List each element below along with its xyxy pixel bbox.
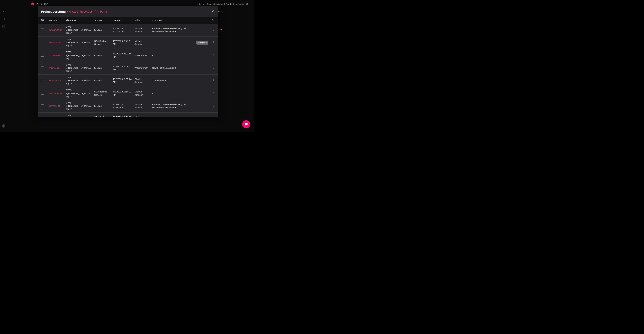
- row-checkbox[interactable]: [41, 117, 44, 117]
- cell-filename: GW2-2_RobotCell_TIA_Portal.zap17: [64, 100, 93, 112]
- row-checkbox[interactable]: [41, 28, 44, 31]
- bg-time-hint: PM: [219, 28, 222, 31]
- deployed-badge: Deployed: [196, 41, 208, 44]
- more-vertical-icon: [212, 41, 215, 44]
- version-hash[interactable]: #LYZYH.JJ: [49, 105, 60, 107]
- cell-comment: Automatic save before closing the sessio…: [151, 24, 195, 36]
- cell-filename: GW2-2_RobotCell_TIA_Portal.zap17: [64, 24, 93, 36]
- cell-created: 4/18/2023, 1:55:24 PM: [111, 74, 133, 87]
- row-checkbox[interactable]: [41, 104, 44, 107]
- more-vertical-icon: [212, 54, 215, 56]
- table-row[interactable]: #.D958WWYGW2-2_RobotCell_TIA_Portal.zap1…: [38, 49, 218, 62]
- more-vertical-icon: [212, 28, 215, 31]
- svg-point-24: [213, 105, 214, 105]
- user-email: michael.johnson@softwaredefinedautomatio…: [198, 3, 244, 5]
- refresh-button[interactable]: [212, 18, 215, 22]
- row-checkbox[interactable]: [41, 41, 44, 44]
- table-row[interactable]: #GN2JCGNXGW2-2_RobotCell_TIA_Portal.zap1…: [38, 87, 218, 100]
- modal-title: Project versions: [41, 10, 66, 13]
- close-button[interactable]: [210, 9, 215, 14]
- row-checkbox[interactable]: [41, 79, 44, 82]
- svg-point-7: [213, 30, 214, 30]
- sidebar-expand-button[interactable]: [2, 124, 5, 128]
- info-icon[interactable]: [41, 19, 44, 22]
- app-user-menu[interactable]: michael.johnson@softwaredefinedautomatio…: [198, 2, 251, 5]
- svg-point-25: [213, 106, 214, 106]
- table-row[interactable]: #FBBPSA_IGW2-2_RobotCell_TIA_Portal.zap1…: [38, 74, 218, 87]
- cell-created: 4/19/2023, 4:01:56 PM: [111, 49, 133, 62]
- cell-comment: -: [151, 87, 195, 100]
- version-hash[interactable]: #.D958WWY: [49, 54, 62, 57]
- cell-editor: Michael Johnson: [133, 24, 151, 36]
- th-source[interactable]: Source: [93, 17, 111, 24]
- row-checkbox[interactable]: [41, 92, 44, 95]
- logo-icon: [31, 2, 34, 6]
- svg-point-19: [213, 80, 214, 81]
- cell-created: 4/18/2023, 10:28:24 AM: [111, 100, 133, 112]
- user-avatar-icon: [245, 2, 248, 5]
- th-created[interactable]: Created: [111, 17, 133, 24]
- row-actions-button[interactable]: [212, 105, 215, 107]
- table-row[interactable]: #TARU_HXJGW2-2_RobotCell_TIA_Portal.zap1…: [38, 62, 218, 74]
- svg-point-1: [246, 3, 247, 4]
- svg-point-15: [213, 67, 214, 67]
- cell-comment: -: [151, 49, 195, 62]
- cell-source: IDEaaS: [93, 62, 111, 74]
- table-row[interactable]: #NRIEWXA1GW2-2_RobotCell_TIA_Portal.zap1…: [38, 36, 218, 49]
- row-actions-button[interactable]: [212, 28, 215, 31]
- breadcrumb-separator: /: [67, 10, 68, 13]
- cell-comment: 175 ms added: [151, 74, 195, 87]
- svg-point-6: [213, 29, 214, 29]
- cell-editor: William Smith: [133, 62, 151, 74]
- cell-source: SDA Backup-Service: [93, 112, 111, 117]
- th-editor[interactable]: Editor: [133, 17, 151, 24]
- version-hash[interactable]: #TARU_HXJ: [49, 67, 61, 69]
- table-row[interactable]: #ZMBNQPKZGW2-2_RobotCell_TIA_Portal.zap1…: [38, 24, 218, 36]
- row-actions-button[interactable]: [212, 54, 215, 56]
- row-actions-button[interactable]: [212, 41, 215, 44]
- version-hash[interactable]: #NRIEWXA1: [49, 41, 62, 44]
- svg-point-11: [213, 43, 214, 43]
- row-actions-button[interactable]: [212, 66, 215, 69]
- cell-editor: Michael Johnson: [133, 100, 151, 112]
- cell-filename: GW2-2_RobotCell_TIA_Portal.zap17: [64, 74, 93, 87]
- table-row[interactable]: #LYZYH.JJGW2-2_RobotCell_TIA_Portal.zap1…: [38, 100, 218, 112]
- version-hash[interactable]: #ZMBNQPKZ: [49, 29, 62, 31]
- sidebar-item-robot[interactable]: [2, 10, 5, 13]
- chat-fab[interactable]: [242, 120, 250, 128]
- app-logo[interactable]: PLC Ops: [31, 2, 48, 6]
- table-row[interactable]: #EFDOKORNGW2-2_RobotCell_TIA_Portal.zap1…: [38, 112, 218, 117]
- cell-source: IDEaaS: [93, 74, 111, 87]
- cell-filename: GW2-2_RobotCell_TIA_Portal.zap17: [64, 112, 93, 117]
- row-checkbox[interactable]: [41, 54, 44, 57]
- modal-project-name[interactable]: GW2-2_RobotCell_TIA_Portal: [69, 10, 108, 13]
- th-version[interactable]: Version: [48, 17, 64, 24]
- cell-comment: -: [151, 112, 195, 117]
- th-comment[interactable]: Comment: [151, 17, 195, 24]
- row-actions-button[interactable]: [212, 92, 215, 94]
- svg-point-13: [213, 55, 214, 55]
- cell-filename: GW2-2_RobotCell_TIA_Portal.zap17: [64, 49, 93, 62]
- svg-point-10: [213, 42, 214, 42]
- cell-created: 4/20/2023, 8:41:31 AM: [111, 36, 133, 49]
- cell-source: IDEaaS: [93, 24, 111, 36]
- svg-point-22: [213, 93, 214, 93]
- more-vertical-icon: [212, 105, 215, 107]
- cell-created: 4/17/2023, 3:56:25 PM: [111, 112, 133, 117]
- version-hash[interactable]: #GN2JCGNX: [49, 92, 62, 95]
- cell-filename: GW2-2_RobotCell_TIA_Portal.zap17: [64, 36, 93, 49]
- row-checkbox[interactable]: [41, 66, 44, 69]
- sidebar-item-settings[interactable]: [2, 25, 5, 28]
- row-actions-button[interactable]: [212, 79, 215, 82]
- cell-editor: Charles Johnson: [133, 74, 151, 87]
- cell-comment: Automatic save before closing the sessio…: [151, 100, 195, 112]
- versions-table-wrap[interactable]: Version File name Source Created Editor …: [38, 17, 218, 117]
- svg-point-23: [213, 94, 214, 94]
- row-actions-button[interactable]: [212, 117, 215, 117]
- sidebar-item-clipboard[interactable]: [2, 17, 5, 21]
- refresh-icon: [212, 18, 215, 22]
- version-hash[interactable]: #FBBPSA_I: [49, 79, 60, 82]
- app-name: PLC Ops: [36, 2, 48, 6]
- svg-point-4: [3, 26, 4, 27]
- th-filename[interactable]: File name: [64, 17, 93, 24]
